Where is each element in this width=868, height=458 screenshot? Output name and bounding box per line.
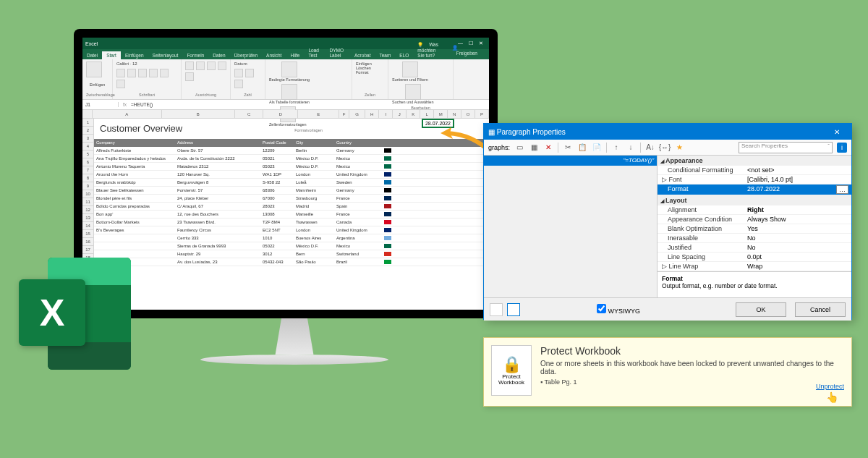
col-header[interactable]: F bbox=[339, 110, 349, 119]
tab-data[interactable]: Daten bbox=[208, 51, 229, 59]
tab-view[interactable]: Ansicht bbox=[262, 51, 286, 59]
border-icon[interactable] bbox=[149, 69, 158, 77]
cond-format-icon[interactable] bbox=[281, 62, 297, 77]
prop-inerasable[interactable]: InerasableNo bbox=[658, 234, 851, 243]
tab-dymo[interactable]: DYMO Label bbox=[325, 46, 350, 59]
info-icon[interactable]: i bbox=[837, 143, 847, 153]
prop-alignment[interactable]: AlignmentRight bbox=[658, 205, 851, 215]
unprotect-link[interactable]: Unprotect bbox=[816, 383, 844, 390]
col-header[interactable]: B bbox=[162, 110, 235, 119]
date-cell[interactable]: 28.07.2022 bbox=[422, 119, 454, 128]
table-row[interactable]: Blauer See DelikatessenForsterstr. 57683… bbox=[94, 187, 489, 195]
row-header[interactable]: 17 bbox=[82, 246, 94, 254]
down-icon[interactable]: ↓ bbox=[626, 143, 636, 153]
share-button[interactable]: 👤 Freigeben bbox=[448, 43, 486, 57]
percent-icon[interactable] bbox=[245, 69, 254, 77]
fx-icon[interactable]: fx bbox=[119, 102, 131, 107]
prop-cond-format[interactable]: Conditional Formatting<not set> bbox=[658, 166, 851, 175]
col-header[interactable]: H bbox=[365, 110, 379, 119]
col-header[interactable]: N bbox=[448, 110, 461, 119]
as-table-icon[interactable] bbox=[281, 84, 297, 100]
tab-elo[interactable]: ELO bbox=[395, 51, 413, 59]
underline-icon[interactable] bbox=[138, 69, 147, 77]
protect-workbook-button[interactable]: 🔒 Protect Workbook bbox=[491, 345, 532, 396]
tab-formulas[interactable]: Formeln bbox=[182, 51, 208, 59]
wysiwyg-checkbox[interactable]: WYSIWYG bbox=[597, 304, 640, 315]
table-row[interactable]: Hauptstr. 293012BernSwitzerland bbox=[94, 250, 489, 258]
italic-icon[interactable] bbox=[127, 69, 136, 77]
grid-icon[interactable]: ▦ bbox=[529, 143, 539, 153]
row-header[interactable]: 12 bbox=[82, 206, 94, 214]
copy-icon[interactable]: 📋 bbox=[577, 143, 587, 153]
search-input[interactable]: Search Properties ˇ bbox=[739, 142, 833, 153]
footer-icon-1[interactable] bbox=[490, 303, 503, 316]
row-header[interactable]: 13 bbox=[82, 214, 94, 222]
prop-font[interactable]: ▷ Font[Calibri, 14.0 pt] bbox=[658, 175, 851, 185]
table-row[interactable]: Blondel père et fils24, place Kléber6700… bbox=[94, 195, 489, 203]
table-row[interactable]: B's BeveragesFauntleroy CircusEC2 5NTLon… bbox=[94, 226, 489, 234]
paste-icon[interactable]: 📄 bbox=[592, 143, 602, 153]
row-header[interactable]: 1 bbox=[82, 119, 94, 127]
section-layout[interactable]: Layout bbox=[658, 195, 851, 205]
align-right-icon[interactable] bbox=[207, 62, 216, 70]
prop-justified[interactable]: JustifiedNo bbox=[658, 243, 851, 253]
col-header[interactable]: D bbox=[263, 110, 298, 119]
tab-review[interactable]: Überprüfen bbox=[230, 51, 263, 59]
col-header[interactable]: J bbox=[393, 110, 407, 119]
prop-blank-optimization[interactable]: Blank OptimizationYes bbox=[658, 224, 851, 234]
table-row[interactable]: Bon app'12, rue des Bouchers13008Marseil… bbox=[94, 211, 489, 219]
row-header[interactable]: 14 bbox=[82, 222, 94, 230]
cancel-button[interactable]: Cancel bbox=[795, 302, 846, 317]
table-row[interactable]: Berglunds snabbköpBerguvsvägen 8S-958 22… bbox=[94, 179, 489, 187]
tab-layout[interactable]: Seitenlayout bbox=[148, 51, 183, 59]
up-icon[interactable]: ↑ bbox=[611, 143, 621, 153]
table-row[interactable]: Sierras de Granada 999305022México D.F.M… bbox=[94, 242, 489, 250]
row-header[interactable]: 6 bbox=[82, 158, 94, 166]
col-header[interactable]: C bbox=[235, 110, 264, 119]
number-format[interactable]: Datum bbox=[234, 62, 261, 66]
row-header[interactable]: 15 bbox=[82, 230, 94, 238]
table-row[interactable]: Alfreds FutterkisteObere Str. 5712209Ber… bbox=[94, 147, 489, 155]
formula-entry[interactable]: "=TODAY()" bbox=[484, 156, 657, 166]
dialog-close-icon[interactable]: ✕ bbox=[827, 128, 847, 136]
row-header[interactable]: 9 bbox=[82, 182, 94, 190]
delete-icon[interactable]: ✕ bbox=[543, 143, 553, 153]
star-icon[interactable]: ★ bbox=[674, 143, 684, 153]
col-header[interactable]: K bbox=[407, 110, 420, 119]
col-header[interactable]: I bbox=[379, 110, 393, 119]
row-header[interactable]: 3 bbox=[82, 135, 94, 143]
row-header[interactable]: 11 bbox=[82, 198, 94, 206]
table-row[interactable]: Av. dos Lusíadas, 2305432-043São PauloBr… bbox=[94, 258, 489, 266]
name-box[interactable]: J1 bbox=[82, 102, 119, 107]
wrap-icon[interactable] bbox=[218, 62, 226, 70]
row-header[interactable]: 5 bbox=[82, 150, 94, 158]
comma-icon[interactable] bbox=[234, 80, 243, 88]
table-row[interactable]: Around the Horn120 Hanover Sq.WA1 1DPLon… bbox=[94, 171, 489, 179]
bold-icon[interactable] bbox=[116, 69, 125, 77]
sort-icon[interactable] bbox=[402, 62, 418, 77]
row-header[interactable]: 16 bbox=[82, 238, 94, 246]
tab-team[interactable]: Team bbox=[375, 51, 395, 59]
row-header[interactable]: 8 bbox=[82, 174, 94, 182]
paste-icon[interactable] bbox=[86, 62, 102, 77]
align-left-icon[interactable] bbox=[185, 62, 194, 70]
expand-icon[interactable]: {↔} bbox=[660, 143, 670, 153]
find-icon[interactable] bbox=[405, 84, 421, 100]
tab-home[interactable]: Start bbox=[102, 51, 121, 59]
row-header[interactable]: 7 bbox=[82, 166, 94, 174]
table-row[interactable]: Cerrito 3331010Buenos AiresArgentina bbox=[94, 234, 489, 242]
col-header[interactable]: A bbox=[93, 110, 162, 119]
col-header[interactable]: O bbox=[461, 110, 475, 119]
spreadsheet-grid[interactable]: ABCDEFGHIJKLMNOP 12345678910111213141516… bbox=[82, 110, 489, 266]
tab-insert[interactable]: Einfügen bbox=[121, 51, 148, 59]
currency-icon[interactable] bbox=[234, 69, 243, 77]
tab-loadtest[interactable]: Load Test bbox=[304, 46, 325, 59]
prop-format[interactable]: Format28.07.2022 … bbox=[658, 185, 851, 195]
prop-line-spacing[interactable]: Line Spacing0.0pt bbox=[658, 253, 851, 262]
font-size[interactable]: 12 bbox=[132, 62, 137, 66]
tab-acrobat[interactable]: Acrobat bbox=[350, 51, 375, 59]
col-header[interactable]: P bbox=[475, 110, 489, 119]
new-icon[interactable]: ▭ bbox=[514, 143, 524, 153]
cut-icon[interactable]: ✂ bbox=[563, 143, 573, 153]
table-row[interactable]: Bólido Comidas preparadasC/ Araquil, 672… bbox=[94, 203, 489, 211]
